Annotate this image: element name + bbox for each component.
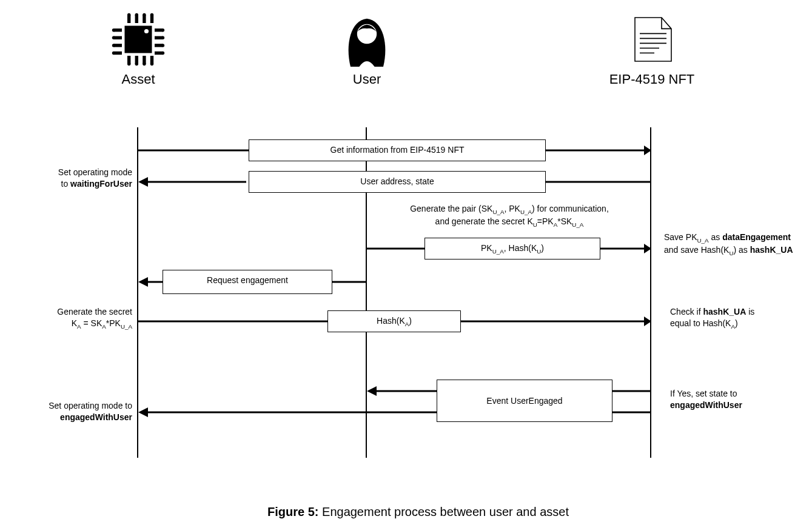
svg-marker-48 — [138, 277, 148, 287]
message-user-address-state: User address, state — [249, 171, 546, 193]
svg-point-18 — [127, 13, 130, 16]
svg-point-21 — [150, 13, 153, 16]
user-icon — [340, 12, 394, 67]
svg-point-26 — [112, 28, 115, 32]
svg-marker-50 — [644, 316, 651, 326]
svg-point-29 — [112, 52, 115, 55]
chip-icon — [111, 12, 166, 67]
note-set-state-engaged: If Yes, set state toengagedWithUser — [670, 388, 810, 411]
message-request-engagement: Request engagement — [163, 270, 332, 294]
actor-nft-label: EIP-4519 NFT — [597, 72, 706, 87]
note-save-dataengagement: Save PKU_A as dataEngagementand save Has… — [664, 232, 812, 257]
svg-marker-46 — [644, 244, 651, 253]
svg-point-31 — [161, 36, 164, 39]
message-user-address-state-label: User address, state — [360, 176, 434, 186]
figure-caption: Figure 5: Engagement process between use… — [12, 505, 812, 519]
message-pk-hash-label: PKU_A, Hash(KU) — [481, 243, 544, 253]
svg-point-1 — [144, 29, 149, 33]
svg-marker-55 — [138, 407, 148, 417]
actor-header-row: Asset User — [12, 12, 812, 124]
svg-point-20 — [143, 13, 146, 16]
message-pk-hash: PKU_A, Hash(KU) — [424, 238, 600, 260]
note-generate-pair: Generate the pair (SKU_A, PKU_A) for com… — [388, 203, 631, 229]
actor-user-label: User — [331, 72, 403, 87]
svg-point-22 — [127, 62, 130, 65]
svg-point-24 — [143, 62, 146, 65]
message-event-userengaged-label: Event UserEngaged — [486, 396, 562, 406]
note-operating-engaged: Set operating mode toengagedWithUser — [23, 400, 132, 423]
svg-point-30 — [161, 28, 164, 32]
message-hash-ka-label: Hash(KA) — [377, 316, 412, 326]
svg-point-32 — [161, 44, 164, 47]
actor-asset-label: Asset — [102, 72, 175, 87]
svg-point-23 — [135, 62, 138, 65]
svg-marker-44 — [138, 177, 148, 187]
actor-user: User — [331, 12, 403, 87]
message-get-info-label: Get information from EIP-4519 NFT — [331, 145, 465, 155]
note-set-mode-waiting: Set operating modeto waitingForUser — [23, 167, 132, 190]
actor-nft: EIP-4519 NFT — [597, 12, 706, 87]
message-get-info: Get information from EIP-4519 NFT — [249, 139, 546, 161]
svg-point-33 — [161, 52, 164, 55]
svg-point-19 — [135, 13, 138, 16]
svg-marker-53 — [367, 386, 377, 396]
document-icon — [625, 12, 679, 67]
note-generate-secret-ka: Generate the secretKA = SKA*PKU_A — [23, 306, 132, 330]
sequence-diagram: Asset User — [12, 12, 812, 519]
note-check-hashk-ua: Check if hashK_UA isequal to Hash(KA) — [670, 306, 810, 330]
message-request-engagement-label: Request engagement — [207, 275, 288, 285]
message-hash-ka: Hash(KA) — [327, 310, 461, 332]
actor-asset: Asset — [102, 12, 175, 87]
svg-marker-41 — [644, 146, 651, 155]
message-event-userengaged: Event UserEngaged — [437, 380, 612, 422]
svg-point-28 — [112, 44, 115, 47]
svg-point-25 — [150, 62, 153, 65]
svg-point-27 — [112, 36, 115, 39]
